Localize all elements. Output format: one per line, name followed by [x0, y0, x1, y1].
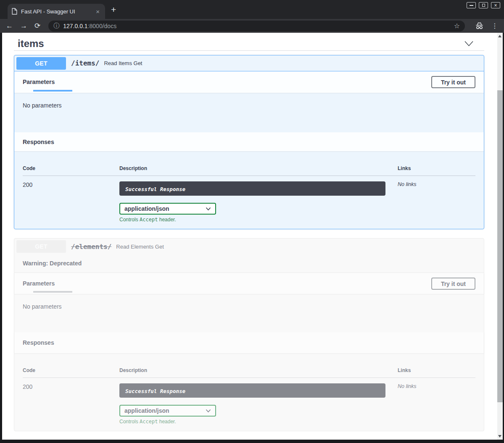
media-type-select[interactable]: application/json: [119, 203, 216, 215]
code-column-header: Code: [23, 165, 119, 171]
response-code: 200: [23, 383, 119, 425]
opblock-get-items: GET /items/ Read Items Get Parameters Tr…: [14, 55, 484, 229]
url-text: 127.0.0.1:8000/docs: [63, 23, 116, 29]
response-description-block: Successful Response: [119, 181, 385, 196]
no-parameters-text: No parameters: [14, 294, 484, 332]
tab-close-icon[interactable]: ×: [95, 8, 101, 15]
response-row: 200 Successful Response application/json: [23, 378, 475, 425]
no-parameters-text: No parameters: [14, 93, 484, 132]
responses-header: Responses: [14, 132, 484, 151]
deprecated-warning: Warning: Deprecated: [14, 254, 484, 273]
try-it-out-button[interactable]: Try it out: [431, 76, 475, 88]
responses-title: Responses: [23, 339, 54, 346]
url-path: :8000/docs: [88, 23, 117, 29]
response-row: 200 Successful Response application/json…: [23, 176, 475, 223]
tag-section-header[interactable]: items: [14, 33, 484, 51]
tag-title: items: [18, 38, 44, 50]
back-button[interactable]: ←: [6, 22, 13, 29]
document-icon: [12, 8, 17, 15]
maximize-button[interactable]: [479, 2, 488, 8]
minimize-icon: [470, 5, 473, 6]
responses-table: Code Description Links 200 Successful Re…: [14, 151, 484, 229]
scroll-up-arrow-icon[interactable]: [498, 35, 501, 37]
accept-header-note: Controls Accept header.: [119, 217, 398, 223]
response-description-text: Successful Response: [125, 186, 185, 192]
address-bar[interactable]: ⓘ 127.0.0.1:8000/docs ☆: [48, 21, 465, 31]
page-viewport: items GET /items/ Read Items Get Paramet…: [2, 33, 497, 440]
browser-tab[interactable]: Fast API - Swagger UI ×: [8, 4, 105, 19]
maximize-icon: [482, 4, 485, 7]
description-column-header: Description: [119, 165, 398, 171]
media-type-value: application/json: [124, 407, 169, 414]
close-button[interactable]: ×: [491, 2, 500, 8]
response-links: No links: [398, 181, 475, 223]
responses-title: Responses: [23, 139, 54, 145]
chevron-down-icon: [206, 409, 211, 413]
operation-summary[interactable]: GET /items/ Read Items Get: [14, 55, 484, 71]
responses-header: Responses: [14, 332, 484, 353]
forward-button[interactable]: →: [20, 22, 27, 29]
reload-button[interactable]: ⟳: [34, 22, 40, 29]
try-it-out-button[interactable]: Try it out: [431, 278, 475, 290]
minimize-button[interactable]: [467, 2, 476, 8]
operation-summary-text: Read Items Get: [104, 60, 142, 66]
links-column-header: Links: [398, 367, 475, 373]
new-tab-button[interactable]: +: [111, 5, 116, 15]
chevron-down-icon: [206, 207, 211, 211]
accept-header-note: Controls Accept header.: [119, 419, 398, 425]
parameters-title: Parameters: [23, 79, 55, 85]
responses-table: Code Description Links 200 Successful Re…: [14, 353, 484, 431]
title-bar: Fast API - Swagger UI × + ×: [0, 0, 504, 19]
links-column-header: Links: [398, 165, 475, 171]
method-badge: GET: [16, 240, 66, 253]
responses-table-head: Code Description Links: [23, 367, 475, 378]
scroll-down-arrow-icon[interactable]: [498, 435, 501, 438]
operation-path: /elements/: [71, 243, 111, 251]
operation-path: /items/: [71, 59, 99, 67]
response-description-block: Successful Response: [119, 383, 385, 398]
parameters-header: Parameters Try it out: [14, 71, 484, 93]
responses-table-head: Code Description Links: [23, 165, 475, 176]
media-type-select[interactable]: application/json: [119, 405, 216, 417]
info-circle-icon[interactable]: ⓘ: [53, 22, 59, 30]
response-description-text: Successful Response: [125, 388, 185, 394]
parameters-title: Parameters: [23, 280, 55, 287]
media-type-value: application/json: [124, 205, 169, 212]
operation-summary-text: Read Elements Get: [116, 244, 164, 250]
description-column-header: Description: [119, 367, 398, 373]
scrollbar-thumb[interactable]: [497, 90, 503, 402]
response-description-cell: Successful Response application/json Con…: [119, 383, 398, 425]
window-controls: ×: [467, 2, 500, 8]
response-code: 200: [23, 181, 119, 223]
operation-summary[interactable]: GET /elements/ Read Elements Get: [14, 239, 484, 254]
response-links: No links: [398, 383, 475, 425]
page-scrollbar[interactable]: [497, 33, 503, 440]
incognito-icon[interactable]: [475, 22, 484, 30]
star-icon[interactable]: ☆: [454, 22, 460, 30]
active-tab-indicator: [33, 90, 72, 92]
response-description-cell: Successful Response application/json Con…: [119, 181, 398, 223]
chevron-down-icon[interactable]: [464, 41, 474, 47]
url-host: 127.0.0.1: [63, 23, 87, 29]
opblock-get-elements-deprecated: GET /elements/ Read Elements Get Warning…: [14, 238, 484, 431]
active-tab-indicator: [33, 291, 72, 293]
method-badge: GET: [16, 57, 66, 70]
browser-toolbar: ← → ⟳ ⓘ 127.0.0.1:8000/docs ☆ ⋮: [0, 19, 504, 33]
parameters-header: Parameters Try it out: [14, 273, 484, 294]
code-column-header: Code: [23, 367, 119, 373]
tab-title: Fast API - Swagger UI: [21, 8, 91, 15]
three-dot-menu-icon[interactable]: ⋮: [491, 22, 498, 30]
